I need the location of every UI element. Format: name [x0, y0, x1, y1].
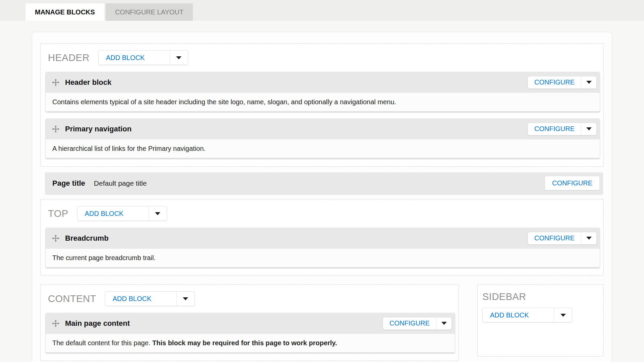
drag-handle-icon[interactable] — [52, 320, 59, 327]
region-header-head: HEADER ADD BLOCK — [48, 50, 603, 65]
add-block-button[interactable]: ADD BLOCK — [482, 308, 572, 322]
chevron-down-icon[interactable] — [436, 317, 451, 329]
block-description: The current page breadcrumb trail. — [45, 249, 600, 267]
chevron-down-icon[interactable] — [176, 292, 195, 306]
region-title: TOP — [48, 208, 68, 219]
chevron-down-icon[interactable] — [581, 232, 596, 244]
region-title: CONTENT — [48, 293, 96, 304]
configure-button[interactable]: CONFIGURE — [528, 232, 597, 245]
add-block-button[interactable]: ADD BLOCK — [98, 50, 188, 65]
configure-button[interactable]: CONFIGURE — [528, 123, 597, 135]
block-description: A hierarchical list of links for the Pri… — [45, 139, 600, 158]
page-title-value: Default page title — [94, 179, 545, 187]
configure-button-label[interactable]: CONFIGURE — [383, 317, 436, 329]
configure-button-label[interactable]: CONFIGURE — [528, 232, 581, 244]
add-block-button-label[interactable]: ADD BLOCK — [483, 308, 554, 322]
add-block-button[interactable]: ADD BLOCK — [77, 206, 167, 221]
block-header-row: Primary navigation CONFIGURE — [45, 118, 600, 139]
add-block-button-label[interactable]: ADD BLOCK — [105, 292, 176, 306]
chevron-down-icon[interactable] — [581, 123, 596, 135]
drag-handle-icon[interactable] — [52, 235, 59, 242]
block-title: Header block — [65, 78, 528, 87]
region-title: SIDEBAR — [482, 291, 526, 302]
block-title: Breadcrumb — [65, 234, 528, 243]
block-description-warning: This block may be required for this page… — [152, 339, 337, 347]
region-sidebar-head: SIDEBAR ADD BLOCK — [482, 291, 603, 322]
block-primary-navigation: Primary navigation CONFIGURE A hierarchi… — [45, 118, 600, 158]
add-block-button-label[interactable]: ADD BLOCK — [77, 206, 149, 221]
configure-button-label[interactable]: CONFIGURE — [528, 76, 581, 88]
bottom-regions-row: CONTENT ADD BLOCK Main page content — [40, 284, 604, 361]
page-title-row: Page title Default page title CONFIGURE — [45, 172, 603, 194]
tab-manage-blocks[interactable]: MANAGE BLOCKS — [25, 3, 104, 21]
block-header-row: Header block CONFIGURE — [45, 72, 600, 93]
block-description-normal: The default content for this page. — [52, 339, 152, 347]
tab-configure-layout[interactable]: CONFIGURE LAYOUT — [106, 3, 193, 21]
chevron-down-icon[interactable] — [149, 206, 167, 221]
region-title: HEADER — [48, 52, 90, 63]
configure-button[interactable]: CONFIGURE — [528, 76, 597, 89]
block-description: The default content for this page. This … — [45, 334, 455, 353]
configure-button[interactable]: CONFIGURE — [545, 176, 599, 190]
page-title-label: Page title — [52, 179, 85, 188]
block-header-row: Main page content CONFIGURE — [45, 313, 455, 334]
block-breadcrumb: Breadcrumb CONFIGURE The current page br… — [45, 228, 600, 267]
drag-handle-icon[interactable] — [52, 79, 59, 86]
block-main-page-content: Main page content CONFIGURE The default … — [45, 313, 455, 353]
region-content-head: CONTENT ADD BLOCK — [48, 291, 459, 306]
chevron-down-icon[interactable] — [554, 308, 572, 322]
add-block-button-label[interactable]: ADD BLOCK — [99, 51, 170, 65]
chevron-down-icon[interactable] — [170, 51, 188, 65]
block-header-block: Header block CONFIGURE Contains elements… — [45, 72, 600, 112]
block-title: Primary navigation — [65, 125, 528, 133]
region-sidebar: SIDEBAR ADD BLOCK — [477, 284, 604, 357]
configure-button-label[interactable]: CONFIGURE — [528, 123, 581, 135]
add-block-button[interactable]: ADD BLOCK — [105, 291, 195, 306]
drag-handle-icon[interactable] — [52, 125, 59, 133]
block-description: Contains elements typical of a site head… — [45, 93, 600, 112]
chevron-down-icon[interactable] — [581, 76, 596, 88]
region-header: HEADER ADD BLOCK Header block CONFIGURE — [40, 43, 604, 167]
block-title: Main page content — [65, 319, 383, 328]
tab-bar: MANAGE BLOCKS CONFIGURE LAYOUT — [0, 0, 644, 21]
block-header-row: Breadcrumb CONFIGURE — [45, 228, 600, 249]
region-top: TOP ADD BLOCK Breadcrumb CONFIGURE — [40, 199, 604, 276]
region-content: CONTENT ADD BLOCK Main page content — [40, 284, 459, 361]
manage-blocks-panel: HEADER ADD BLOCK Header block CONFIGURE — [32, 32, 612, 362]
region-top-head: TOP ADD BLOCK — [48, 206, 603, 221]
configure-button[interactable]: CONFIGURE — [383, 317, 452, 330]
